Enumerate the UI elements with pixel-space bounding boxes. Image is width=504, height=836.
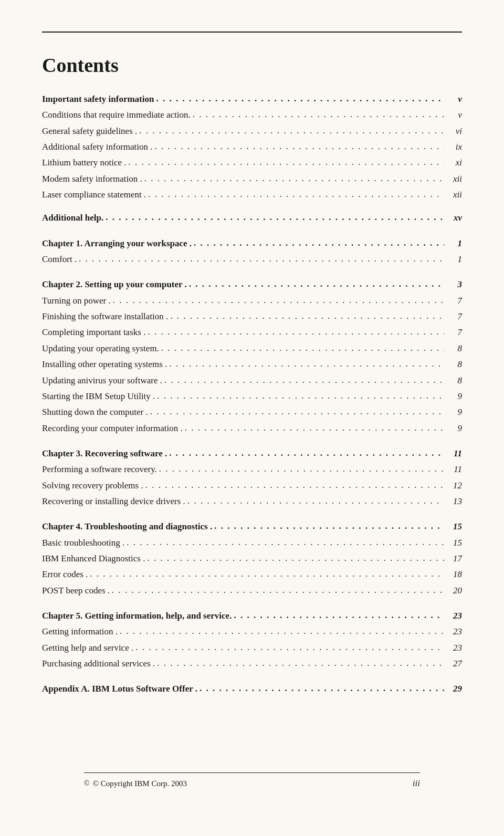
toc-page-conditions-action: v xyxy=(446,108,462,122)
toc-label-completing-tasks: Completing important tasks . xyxy=(42,326,145,339)
toc-page-important-safety: v xyxy=(446,92,462,106)
toc-label-installing-os: Installing other operating systems . xyxy=(42,358,167,371)
toc-label-ibm-enhanced-diagnostics: IBM Enhanced Diagnostics . xyxy=(42,552,145,566)
toc-entry-chapter2: Chapter 2. Setting up your computer .. .… xyxy=(42,278,462,291)
toc-page-comfort: 1 xyxy=(446,253,462,266)
toc-page-finishing-software: 7 xyxy=(446,310,462,323)
toc-label-updating-os: Updating your operating system. xyxy=(42,342,159,356)
toc-label-general-safety: General safety guidelines . xyxy=(42,124,137,138)
toc-page-solving-recovery: 12 xyxy=(446,479,462,493)
toc-label-shutting-down: Shutting down the computer . xyxy=(42,405,148,419)
toc-page-error-codes: 18 xyxy=(446,568,462,581)
toc-label-performing-recovery: Performing a software recovery. xyxy=(42,463,157,476)
footer-rule xyxy=(84,772,420,773)
toc-label-recovering-drivers: Recovering or installing device drivers … xyxy=(42,495,185,508)
toc-entry-chapter3: Chapter 3. Recovering software .. . . . … xyxy=(42,447,462,461)
toc-entry-additional-safety: Additional safety information .. . . . .… xyxy=(42,140,462,154)
toc-page-additional-safety: ix xyxy=(446,140,462,154)
toc-dots-comfort: . . . . . . . . . . . . . . . . . . . . … xyxy=(79,252,444,266)
toc-entry-lithium-battery: Lithium battery notice .. . . . . . . . … xyxy=(42,156,462,170)
toc-page-getting-help: 23 xyxy=(446,641,462,655)
toc-entry-general-safety: General safety guidelines .. . . . . . .… xyxy=(42,124,462,138)
copyright-text: © Copyright IBM Corp. 2003 xyxy=(93,779,187,788)
toc-dots-modem-safety: . . . . . . . . . . . . . . . . . . . . … xyxy=(144,172,444,185)
toc-entry-completing-tasks: Completing important tasks .. . . . . . … xyxy=(42,326,462,339)
toc-page-appendixa: 29 xyxy=(446,682,462,696)
top-rule xyxy=(42,32,462,33)
toc-label-updating-antivirus: Updating anivirus your software . xyxy=(42,374,162,388)
toc-entry-ibm-enhanced-diagnostics: IBM Enhanced Diagnostics .. . . . . . . … xyxy=(42,552,462,566)
toc-entry-basic-troubleshooting: Basic troubleshooting .. . . . . . . . .… xyxy=(42,536,462,550)
toc-entry-purchasing-services: Purchasing additional services .. . . . … xyxy=(42,657,462,671)
toc-page-turning-on-power: 7 xyxy=(446,294,462,308)
toc-dots-turning-on-power: . . . . . . . . . . . . . . . . . . . . … xyxy=(113,294,444,307)
toc-page-post-beep-codes: 20 xyxy=(446,584,462,598)
toc-label-important-safety: Important safety information xyxy=(42,92,154,106)
toc-page-additional-help: xv xyxy=(446,211,462,225)
copyright-symbol: © xyxy=(84,779,90,788)
toc-dots-basic-troubleshooting: . . . . . . . . . . . . . . . . . . . . … xyxy=(127,536,444,549)
toc-dots-completing-tasks: . . . . . . . . . . . . . . . . . . . . … xyxy=(148,325,444,339)
toc-entry-error-codes: Error codes .. . . . . . . . . . . . . .… xyxy=(42,568,462,581)
toc-entry-starting-ibm-setup: Starting the IBM Setup Utility .. . . . … xyxy=(42,390,462,403)
toc-dots-chapter1: . . . . . . . . . . . . . . . . . . . . … xyxy=(194,236,444,250)
toc-label-turning-on-power: Turning on power . xyxy=(42,294,111,308)
toc-page-updating-os: 8 xyxy=(446,342,462,356)
page-title: Contents xyxy=(42,54,462,77)
toc-label-appendixa: Appendix A. IBM Lotus Software Offer . xyxy=(42,682,197,696)
toc-label-getting-help: Getting help and service . xyxy=(42,641,133,655)
page: Contents Important safety information. .… xyxy=(0,0,504,836)
toc-label-modem-safety: Modem safety information . xyxy=(42,172,142,186)
toc-entry-important-safety: Important safety information. . . . . . … xyxy=(42,92,462,106)
toc-dots-conditions-action: . . . . . . . . . . . . . . . . . . . . … xyxy=(193,108,444,121)
toc-entry-performing-recovery: Performing a software recovery.. . . . .… xyxy=(42,463,462,476)
toc-dots-finishing-software: . . . . . . . . . . . . . . . . . . . . … xyxy=(170,309,444,323)
toc-entry-getting-information: Getting information .. . . . . . . . . .… xyxy=(42,625,462,639)
toc-entry-updating-antivirus: Updating anivirus your software .. . . .… xyxy=(42,374,462,388)
toc-page-recovering-drivers: 13 xyxy=(446,495,462,508)
toc-dots-solving-recovery: . . . . . . . . . . . . . . . . . . . . … xyxy=(145,478,444,492)
toc-dots-purchasing-services: . . . . . . . . . . . . . . . . . . . . … xyxy=(157,656,444,670)
toc-entry-solving-recovery: Solving recovery problems .. . . . . . .… xyxy=(42,479,462,493)
toc-page-chapter2: 3 xyxy=(446,278,462,291)
toc-entry-laser-compliance: Laser compliance statement .. . . . . . … xyxy=(42,188,462,202)
toc-entry-updating-os: Updating your operating system.. . . . .… xyxy=(42,342,462,356)
toc-dots-recording-info: . . . . . . . . . . . . . . . . . . . . … xyxy=(185,421,444,435)
toc-page-getting-information: 23 xyxy=(446,625,462,639)
toc-dots-shutting-down: . . . . . . . . . . . . . . . . . . . . … xyxy=(150,405,444,419)
toc-entry-getting-help: Getting help and service .. . . . . . . … xyxy=(42,641,462,655)
toc-page-general-safety: vi xyxy=(446,124,462,138)
toc-label-purchasing-services: Purchasing additional services . xyxy=(42,657,155,671)
toc-entry-chapter5: Chapter 5. Getting information, help, an… xyxy=(42,609,462,623)
toc-page-performing-recovery: 11 xyxy=(446,463,462,476)
toc-dots-post-beep-codes: . . . . . . . . . . . . . . . . . . . . … xyxy=(112,583,444,597)
toc-page-recording-info: 9 xyxy=(446,422,462,435)
toc-dots-additional-safety: . . . . . . . . . . . . . . . . . . . . … xyxy=(155,140,444,153)
toc-dots-ibm-enhanced-diagnostics: . . . . . . . . . . . . . . . . . . . . … xyxy=(147,551,444,565)
toc-entry-turning-on-power: Turning on power .. . . . . . . . . . . … xyxy=(42,294,462,308)
toc-entry-additional-help: Additional help.. . . . . . . . . . . . … xyxy=(42,211,462,225)
toc-dots-lithium-battery: . . . . . . . . . . . . . . . . . . . . … xyxy=(129,155,444,169)
toc-dots-additional-help: . . . . . . . . . . . . . . . . . . . . … xyxy=(106,211,444,224)
toc-label-chapter4: Chapter 4. Troubleshooting and diagnosti… xyxy=(42,520,212,534)
toc-dots-updating-antivirus: . . . . . . . . . . . . . . . . . . . . … xyxy=(164,373,444,387)
toc-entry-post-beep-codes: POST beep codes .. . . . . . . . . . . .… xyxy=(42,584,462,598)
toc-entry-appendixa: Appendix A. IBM Lotus Software Offer .. … xyxy=(42,682,462,696)
toc-page-basic-troubleshooting: 15 xyxy=(446,536,462,550)
toc-dots-appendixa: . . . . . . . . . . . . . . . . . . . . … xyxy=(200,682,444,695)
toc-label-basic-troubleshooting: Basic troubleshooting . xyxy=(42,536,124,550)
toc-dots-chapter4: . . . . . . . . . . . . . . . . . . . . … xyxy=(214,519,444,533)
toc-label-lithium-battery: Lithium battery notice . xyxy=(42,156,127,170)
toc-entry-recording-info: Recording your computer information .. .… xyxy=(42,422,462,435)
toc-dots-updating-os: . . . . . . . . . . . . . . . . . . . . … xyxy=(161,341,444,355)
toc-entry-finishing-software: Finishing the software installation .. .… xyxy=(42,310,462,323)
toc-entry-modem-safety: Modem safety information .. . . . . . . … xyxy=(42,172,462,186)
toc-label-chapter3: Chapter 3. Recovering software . xyxy=(42,447,167,461)
toc-page-lithium-battery: xi xyxy=(446,156,462,170)
toc-label-additional-help: Additional help. xyxy=(42,211,103,225)
toc-page-updating-antivirus: 8 xyxy=(446,374,462,388)
toc-entry-shutting-down: Shutting down the computer .. . . . . . … xyxy=(42,405,462,419)
toc-page-chapter3: 11 xyxy=(446,447,462,461)
toc-label-recording-info: Recording your computer information . xyxy=(42,422,183,435)
toc-entry-comfort: Comfort .. . . . . . . . . . . . . . . .… xyxy=(42,253,462,266)
